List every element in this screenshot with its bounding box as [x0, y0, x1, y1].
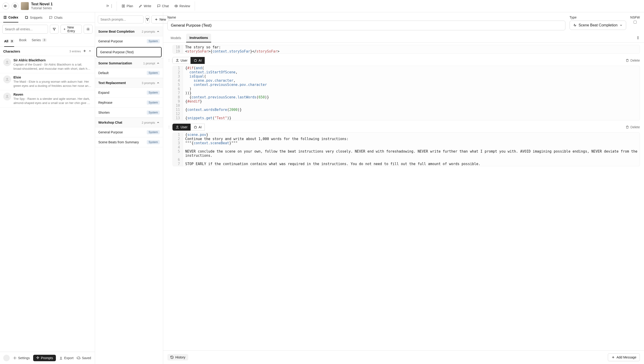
pulse-icon — [573, 24, 577, 27]
svg-point-11 — [638, 38, 638, 39]
svg-rect-13 — [194, 60, 196, 62]
svg-point-10 — [638, 38, 638, 38]
system-tag: System — [147, 39, 160, 43]
prompt-search-input[interactable] — [98, 16, 143, 24]
message-2-code[interactable]: 1{scene.pov}2Continue the story and writ… — [172, 132, 640, 166]
chevron-down-icon — [619, 24, 623, 27]
entry-desc: Captain of the Guard - Sir Aldric Blackt… — [14, 62, 92, 70]
codex-search-input[interactable] — [2, 25, 48, 34]
chevron-up-icon — [156, 62, 160, 65]
codex-entry[interactable]: Elsie The Maid - Elsie is a young woman … — [0, 73, 95, 90]
avatar-icon — [3, 76, 11, 83]
settings-icon-button[interactable] — [12, 2, 19, 10]
svg-point-4 — [88, 29, 89, 30]
collapse-left-icon[interactable] — [106, 4, 110, 8]
back-button[interactable] — [2, 2, 9, 10]
codex-entry[interactable]: Sir Aldric Blackthorn Captain of the Gua… — [0, 56, 95, 73]
codex-settings-button[interactable] — [84, 25, 93, 34]
mode-write[interactable]: Write — [139, 4, 151, 8]
filter-all[interactable]: All3 — [4, 38, 14, 47]
mode-plan[interactable]: Plan — [121, 4, 133, 8]
tab-codex[interactable]: Codex — [3, 16, 18, 22]
footer-saved[interactable]: Saved — [77, 356, 91, 360]
footer-settings[interactable]: Settings — [13, 356, 30, 360]
prompt-item[interactable]: General PurposeSystem — [95, 36, 163, 46]
message-1-code[interactable]: 1{#if(and(2 context.isStartOfScene,3 isE… — [172, 66, 640, 120]
collapse-section-icon[interactable] — [88, 49, 92, 53]
prompt-group-header[interactable]: Workshop Chat 2 prompts — [95, 118, 163, 127]
prompt-group-header[interactable]: Text Replacement 3 prompts — [95, 78, 163, 88]
chevron-up-icon — [156, 81, 160, 84]
delete-message-button[interactable]: Delete — [625, 125, 640, 129]
system-tag: System — [147, 100, 160, 105]
system-tag: System — [147, 140, 160, 144]
type-select[interactable]: Scene Beat Completion — [570, 20, 626, 30]
entry-desc: The Spy - Raven is a slender and agile w… — [14, 97, 92, 105]
nsfw-checkbox[interactable] — [633, 20, 636, 24]
entry-desc: The Maid - Elsie is a young woman with a… — [14, 80, 92, 88]
user-avatar[interactable] — [3, 355, 10, 361]
prompt-item[interactable]: General Purpose (Test) — [96, 47, 162, 57]
add-character-icon[interactable] — [83, 49, 86, 54]
filter-series[interactable]: Series3 — [32, 38, 47, 44]
prompt-item[interactable]: Scene Beats from SummarySystem — [95, 137, 163, 147]
subtab-instructions[interactable]: Instructions — [186, 34, 211, 42]
name-label: Name — [167, 16, 565, 19]
prelude-code[interactable]: 18The story so far:19<storySoFar>{contex… — [172, 45, 640, 54]
tab-chats[interactable]: Chats — [49, 16, 63, 22]
prompt-item[interactable]: ExpandSystem — [95, 88, 163, 98]
tab-snippets[interactable]: Snippets — [25, 16, 42, 22]
prompt-item[interactable]: General PurposeSystem — [95, 127, 163, 137]
mode-chat[interactable]: Chat — [157, 4, 169, 8]
prompt-name-input[interactable] — [167, 20, 565, 30]
footer-export[interactable]: Export — [59, 356, 74, 360]
prompt-group-header[interactable]: Scene Beat Completion 2 prompts — [95, 27, 163, 36]
svg-point-9 — [638, 36, 638, 37]
svg-point-6 — [7, 78, 8, 80]
svg-point-1 — [176, 6, 177, 6]
series-title: Tutorial Series — [31, 6, 53, 10]
role-ai-toggle[interactable]: AI — [190, 57, 205, 64]
prompt-group-header[interactable]: Scene Summarization 1 prompt — [95, 58, 163, 68]
section-characters-title: Characters — [3, 50, 20, 53]
add-message-button[interactable]: Add Message — [608, 353, 640, 361]
chevron-up-icon — [156, 121, 160, 124]
avatar-icon — [3, 92, 11, 100]
delete-message-button[interactable]: Delete — [625, 58, 640, 62]
type-label: Type — [570, 16, 626, 19]
filter-book[interactable]: Book — [19, 38, 27, 44]
svg-point-5 — [7, 61, 8, 62]
prompt-filter-button[interactable] — [145, 16, 149, 24]
more-menu-icon[interactable] — [636, 36, 640, 40]
new-entry-button[interactable]: New Entry — [61, 25, 82, 34]
role-ai-toggle[interactable]: AI — [190, 124, 205, 130]
role-user-toggle[interactable]: User — [172, 124, 190, 130]
system-tag: System — [147, 90, 160, 95]
footer-prompts[interactable]: Prompts — [33, 355, 56, 361]
prompt-item[interactable]: ShortenSystem — [95, 108, 163, 118]
svg-point-7 — [7, 96, 8, 96]
nsfw-label: NSFW — [630, 16, 640, 19]
drag-handle-icon[interactable]: ⋮⋮ — [167, 58, 174, 62]
book-thumbnail[interactable] — [21, 2, 29, 10]
svg-point-0 — [15, 6, 16, 6]
svg-point-12 — [177, 59, 178, 60]
chevron-up-icon — [156, 30, 160, 33]
history-button[interactable]: History — [167, 354, 188, 360]
drag-handle-icon[interactable]: ⋮⋮ — [167, 125, 174, 129]
avatar-icon — [3, 58, 11, 66]
role-user-toggle[interactable]: User — [172, 57, 190, 64]
entry-name: Sir Aldric Blackthorn — [14, 58, 92, 62]
section-count: 3 entries — [69, 50, 81, 53]
prompt-item[interactable]: DefaultSystem — [95, 68, 163, 78]
system-tag: System — [147, 71, 160, 75]
subtab-models[interactable]: Models — [167, 34, 184, 42]
svg-point-8 — [14, 358, 15, 358]
divider-icon: ┃ — [111, 4, 112, 8]
filter-button[interactable] — [50, 25, 59, 34]
svg-point-14 — [177, 126, 178, 127]
codex-entry[interactable]: Raven The Spy - Raven is a slender and a… — [0, 90, 95, 108]
mode-review[interactable]: Review — [174, 4, 190, 8]
prompt-item[interactable]: RephraseSystem — [95, 98, 163, 108]
novel-title: Test Novel 1 — [31, 2, 53, 6]
